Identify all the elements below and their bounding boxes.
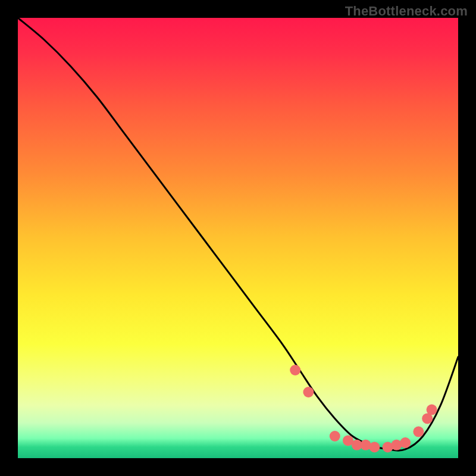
- chart-canvas: [0, 0, 476, 476]
- plot-background: [18, 18, 458, 458]
- highlighted-point: [330, 431, 340, 441]
- watermark-text: TheBottleneck.com: [345, 4, 468, 19]
- chart-frame: TheBottleneck.com: [0, 0, 476, 476]
- highlighted-point: [369, 442, 380, 453]
- highlighted-point: [413, 427, 424, 437]
- highlighted-point: [427, 405, 437, 415]
- highlighted-point: [290, 365, 300, 375]
- highlighted-point: [303, 387, 314, 397]
- highlighted-point: [400, 437, 411, 448]
